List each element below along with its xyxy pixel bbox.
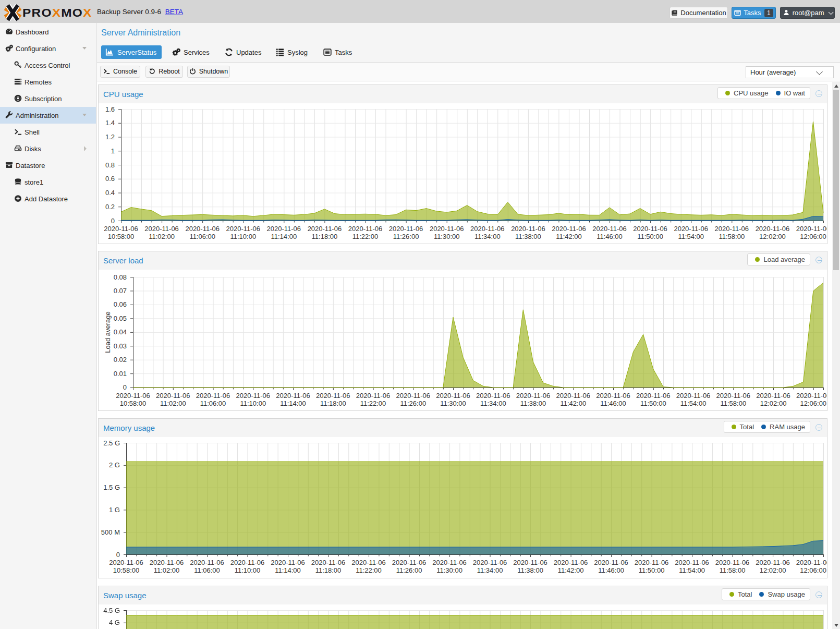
svg-text:11:14:00: 11:14:00 xyxy=(275,566,301,574)
svg-text:11:26:00: 11:26:00 xyxy=(393,233,419,240)
svg-text:2020-11-06: 2020-11-06 xyxy=(156,392,190,400)
svg-text:2020-11-06: 2020-11-06 xyxy=(715,225,749,233)
svg-text:2020-11-06: 2020-11-06 xyxy=(716,392,751,400)
svg-text:2020-11-06: 2020-11-06 xyxy=(185,225,220,233)
svg-text:2020-11-06: 2020-11-06 xyxy=(470,225,505,233)
svg-text:0.03: 0.03 xyxy=(114,342,127,350)
svg-text:Load average: Load average xyxy=(104,311,112,353)
svg-text:2020-11-06: 2020-11-06 xyxy=(196,392,230,400)
svg-text:0.04: 0.04 xyxy=(114,328,127,336)
svg-text:0.02: 0.02 xyxy=(114,356,127,364)
svg-text:11:14:00: 11:14:00 xyxy=(280,400,306,407)
svg-text:11:18:00: 11:18:00 xyxy=(315,566,342,574)
svg-text:11:02:00: 11:02:00 xyxy=(160,400,186,407)
svg-text:0.8: 0.8 xyxy=(105,161,115,169)
svg-text:11:10:00: 11:10:00 xyxy=(230,233,256,240)
svg-text:11:38:00: 11:38:00 xyxy=(517,566,543,574)
svg-text:2020-11-06: 2020-11-06 xyxy=(432,559,467,566)
svg-text:11:22:00: 11:22:00 xyxy=(360,400,386,407)
svg-text:2020-11-06: 2020-11-06 xyxy=(796,559,827,566)
svg-text:2020-11-06: 2020-11-06 xyxy=(109,559,143,566)
svg-text:10:58:00: 10:58:00 xyxy=(113,566,140,574)
svg-text:2020-11-06: 2020-11-06 xyxy=(436,392,470,400)
svg-text:11:06:00: 11:06:00 xyxy=(189,233,215,240)
svg-text:11:14:00: 11:14:00 xyxy=(271,233,297,240)
svg-text:11:02:00: 11:02:00 xyxy=(149,233,175,240)
svg-text:500 M: 500 M xyxy=(101,528,120,536)
svg-text:4 G: 4 G xyxy=(109,619,120,626)
svg-text:2020-11-06: 2020-11-06 xyxy=(430,225,464,233)
svg-text:2020-11-06: 2020-11-06 xyxy=(392,559,427,566)
svg-text:11:42:00: 11:42:00 xyxy=(556,233,582,240)
svg-text:0.08: 0.08 xyxy=(114,273,127,281)
svg-text:2020-11-06: 2020-11-06 xyxy=(674,225,708,233)
svg-text:2020-11-06: 2020-11-06 xyxy=(104,225,138,233)
svg-text:2020-11-06: 2020-11-06 xyxy=(308,225,342,233)
svg-text:1: 1 xyxy=(111,147,115,155)
svg-text:11:42:00: 11:42:00 xyxy=(560,400,586,407)
svg-text:10:58:00: 10:58:00 xyxy=(120,400,147,407)
svg-text:4.5 G: 4.5 G xyxy=(103,607,120,614)
svg-text:1.2: 1.2 xyxy=(105,133,115,141)
svg-text:2020-11-06: 2020-11-06 xyxy=(756,225,790,233)
svg-text:11:42:00: 11:42:00 xyxy=(558,566,584,574)
svg-text:0.4: 0.4 xyxy=(105,189,115,197)
svg-text:11:46:00: 11:46:00 xyxy=(596,233,623,240)
svg-text:2020-11-06: 2020-11-06 xyxy=(516,392,551,400)
svg-text:2020-11-06: 2020-11-06 xyxy=(236,392,271,400)
svg-text:2020-11-06: 2020-11-06 xyxy=(554,559,588,566)
svg-text:2020-11-06: 2020-11-06 xyxy=(226,225,261,233)
svg-text:2020-11-06: 2020-11-06 xyxy=(144,225,179,233)
svg-text:2020-11-06: 2020-11-06 xyxy=(116,392,150,400)
svg-text:11:54:00: 11:54:00 xyxy=(679,566,705,574)
svg-text:2020-11-06: 2020-11-06 xyxy=(596,392,630,400)
svg-text:2020-11-06: 2020-11-06 xyxy=(675,559,709,566)
svg-text:1 G: 1 G xyxy=(109,506,120,514)
svg-text:11:46:00: 11:46:00 xyxy=(600,400,626,407)
svg-text:11:54:00: 11:54:00 xyxy=(678,233,704,240)
svg-text:11:58:00: 11:58:00 xyxy=(720,566,746,574)
svg-text:11:54:00: 11:54:00 xyxy=(680,400,707,407)
svg-text:PROXMOX: PROXMOX xyxy=(22,6,92,19)
svg-text:11:34:00: 11:34:00 xyxy=(480,400,506,407)
svg-text:11:06:00: 11:06:00 xyxy=(200,400,226,407)
svg-text:2020-11-06: 2020-11-06 xyxy=(316,392,350,400)
svg-text:2020-11-06: 2020-11-06 xyxy=(348,225,383,233)
svg-text:2020-11-06: 2020-11-06 xyxy=(473,559,507,566)
svg-text:2020-11-06: 2020-11-06 xyxy=(356,392,391,400)
svg-text:12:02:00: 12:02:00 xyxy=(759,233,786,240)
svg-text:11:30:00: 11:30:00 xyxy=(436,566,462,574)
svg-text:2020-11-06: 2020-11-06 xyxy=(552,225,586,233)
svg-text:2020-11-06: 2020-11-06 xyxy=(636,392,671,400)
svg-text:2020-11-06: 2020-11-06 xyxy=(796,392,827,400)
svg-text:11:50:00: 11:50:00 xyxy=(637,233,663,240)
svg-text:11:18:00: 11:18:00 xyxy=(320,400,346,407)
svg-text:2020-11-06: 2020-11-06 xyxy=(594,559,628,566)
svg-text:11:30:00: 11:30:00 xyxy=(440,400,466,407)
svg-text:11:50:00: 11:50:00 xyxy=(639,566,665,574)
svg-text:12:06:00: 12:06:00 xyxy=(800,400,826,407)
svg-text:11:38:00: 11:38:00 xyxy=(520,400,546,407)
svg-text:12:02:00: 12:02:00 xyxy=(760,400,787,407)
svg-text:2020-11-06: 2020-11-06 xyxy=(796,225,827,233)
svg-text:2020-11-06: 2020-11-06 xyxy=(276,392,310,400)
svg-text:2020-11-06: 2020-11-06 xyxy=(267,225,301,233)
svg-text:11:10:00: 11:10:00 xyxy=(235,566,261,574)
svg-text:11:22:00: 11:22:00 xyxy=(352,233,379,240)
svg-text:11:26:00: 11:26:00 xyxy=(400,400,426,407)
svg-text:11:22:00: 11:22:00 xyxy=(356,566,382,574)
svg-text:0: 0 xyxy=(111,217,115,225)
svg-text:2020-11-06: 2020-11-06 xyxy=(633,225,667,233)
svg-text:2020-11-06: 2020-11-06 xyxy=(389,225,423,233)
svg-text:2020-11-06: 2020-11-06 xyxy=(396,392,431,400)
svg-text:2020-11-06: 2020-11-06 xyxy=(351,559,386,566)
svg-text:2020-11-06: 2020-11-06 xyxy=(676,392,711,400)
svg-text:0.05: 0.05 xyxy=(114,314,127,322)
svg-text:0.2: 0.2 xyxy=(105,203,115,211)
svg-text:11:34:00: 11:34:00 xyxy=(477,566,503,574)
svg-text:2020-11-06: 2020-11-06 xyxy=(311,559,346,566)
svg-text:2020-11-06: 2020-11-06 xyxy=(476,392,510,400)
svg-text:1.5 G: 1.5 G xyxy=(103,483,120,491)
svg-text:11:38:00: 11:38:00 xyxy=(515,233,541,240)
svg-text:2020-11-06: 2020-11-06 xyxy=(592,225,627,233)
